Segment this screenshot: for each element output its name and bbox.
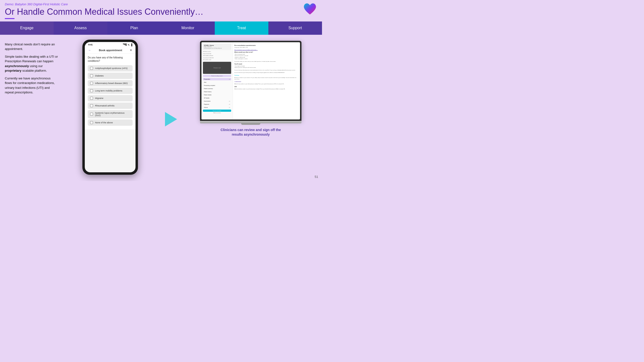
bottom-action-label: Review consultation <box>213 110 222 111</box>
info-text-1: You can check your blood pressure at som… <box>234 69 298 71</box>
checkbox-migraine[interactable] <box>90 97 93 100</box>
q-bottom-number: What's the bottom number on your blood p… <box>234 88 298 90</box>
checkbox-none[interactable] <box>90 121 93 124</box>
phone-time: 9:41 <box>88 43 92 46</box>
nav-engage[interactable]: Engage <box>0 21 54 35</box>
left-text-panel: Many clinical needs don't require an app… <box>5 39 58 180</box>
laptop-left-panel: STARK, Sansa 09 Apr 1999 (21y) 50 Shame … <box>202 42 233 119</box>
condition-none[interactable]: None of the above <box>88 119 132 126</box>
section-patient-details[interactable]: Patient details <box>203 94 231 96</box>
nav-monitor[interactable]: Monitor <box>161 21 215 35</box>
condition-mobility[interactable]: Long term mobility problems <box>88 88 132 94</box>
nav-support-label: Support <box>288 26 302 30</box>
condition-migraine[interactable]: Migraine <box>88 95 132 101</box>
section-alert-label: Alert <box>204 82 230 83</box>
continue-btn[interactable]: Continue <box>234 74 298 76</box>
demo-label: Demo: Babylon 360 Digital-First Holistic… <box>5 2 204 6</box>
nav-plan[interactable]: Plan <box>107 21 161 35</box>
nav-assess[interactable]: Assess <box>54 21 107 35</box>
revoke-consent-btn[interactable]: Revoke recording consent <box>203 75 231 77</box>
section-actions[interactable]: Actions 4/1 <box>203 106 231 109</box>
condition-sle[interactable]: Systemic lupus erythematosus (SLE) <box>88 110 132 118</box>
section-diagnosis[interactable]: Diagnosis 4/1 <box>203 103 231 105</box>
nav-plan-label: Plan <box>130 26 138 30</box>
checkbox-sle[interactable] <box>90 113 93 116</box>
consultation-date: 26 Oct 2020, 12:30 <box>203 59 231 60</box>
nav-assess-label: Assess <box>74 26 87 30</box>
condition-rheumatoid[interactable]: Rheumatoid arthritis <box>88 103 132 109</box>
share-link[interactable]: Share introduction to pre-consultation q… <box>234 49 298 50</box>
answer-top: 150 <box>234 86 298 87</box>
condition-ibd[interactable]: Inflammatory bowel disease (IBD) <box>88 80 132 86</box>
bottom-action-bar[interactable]: Review consultation <box>203 110 231 112</box>
battery-icon: ▐ <box>130 43 132 46</box>
left-para-2: Simple tasks like dealing with a UTI or … <box>5 54 58 73</box>
section-presenting[interactable]: Presenting complaint <box>203 84 231 87</box>
section-diagnosis-badge: 4/1 <box>229 104 230 105</box>
signal-bar-2 <box>124 43 125 45</box>
condition-migraine-label: Migraine <box>95 97 104 99</box>
checkbox-mobility[interactable] <box>90 89 93 92</box>
laptop-caption-line1: Clinicians can review and sign off the <box>220 128 281 132</box>
understand-btn[interactable]: I understand <box>234 81 298 82</box>
condition-sle-label: Systemic lupus erythematosus (SLE) <box>95 112 130 117</box>
signal-bar-1 <box>123 43 124 44</box>
forward-arrow-icon <box>165 112 177 126</box>
condition-aps-label: Antiphospholipid syndrome (APS) <box>95 67 128 69</box>
section-presenting-label: Presenting complaint <box>204 85 230 86</box>
page-wrapper: Demo: Babylon 360 Digital-First Holistic… <box>0 0 322 181</box>
checkbox-rheumatoid[interactable] <box>90 104 93 107</box>
nav-treat-label: Treat <box>237 26 246 30</box>
mark-no-show-btn[interactable]: Mark as no show <box>203 112 231 113</box>
checkbox-diabetes[interactable] <box>90 74 93 77</box>
logo-heart <box>303 2 317 17</box>
section-patient-history-label: Patient history <box>204 91 230 92</box>
condition-diabetes[interactable]: Diabetes <box>88 73 132 79</box>
section-patient-summary[interactable]: Patient summary <box>203 87 231 90</box>
phone-content: Do you have any of the following conditi… <box>85 53 136 129</box>
title-underline <box>5 18 14 19</box>
phone-nav-header: ← Book appointment ✕ <box>85 47 136 53</box>
left-para-3: Currently we have asynchronous flows for… <box>5 76 58 95</box>
patient-nhs: NHS West London <box>203 51 231 52</box>
nav-treat[interactable]: Treat <box>215 21 268 35</box>
nav-engage-label: Engage <box>20 26 34 30</box>
section-examination[interactable]: Examination 4/1 <box>203 100 231 102</box>
section-patient-details-label: Patient details <box>204 94 230 96</box>
laptop-screen: STARK, Sansa 09 Apr 1999 (21y) 50 Shame … <box>200 41 302 121</box>
phone-screen: 9:41 ∿ ▐ <box>85 42 136 172</box>
condition-rheumatoid-label: Rheumatoid arthritis <box>95 104 114 107</box>
you-need-bullets: • Your height and weight • A blood press… <box>234 65 298 68</box>
header: Demo: Babylon 360 Digital-First Holistic… <box>0 0 322 20</box>
laptop-screen-inner: STARK, Sansa 09 Apr 1999 (21y) 50 Shame … <box>202 42 300 119</box>
condition-aps[interactable]: Antiphospholipid syndrome (APS) <box>88 65 132 71</box>
checkbox-aps[interactable] <box>90 67 93 70</box>
section-actions-label: Actions <box>204 107 229 108</box>
phone-mockup: 9:41 ∿ ▐ <box>82 39 138 175</box>
laptop-stand <box>241 123 260 125</box>
section-alert[interactable]: Alert <box>203 81 231 83</box>
section-preparation-label: Preparation <box>204 78 229 80</box>
phone-book-appointment-title: Book appointment <box>99 49 122 52</box>
revoke-label: Revoke recording consent <box>211 75 222 76</box>
checkbox-ibd[interactable] <box>90 82 93 85</box>
webase-text: We base our advice on your answers. For … <box>234 77 298 80</box>
section-preparation[interactable]: Preparation 4/1 <box>203 78 231 80</box>
phone-question: Do you have any of the following conditi… <box>88 56 132 63</box>
consultation-id: Consultation ID: A46 386 <box>203 57 231 59</box>
phone-back-icon[interactable]: ← <box>88 48 91 52</box>
phone-status-bar: 9:41 ∿ ▐ <box>85 42 136 47</box>
phone-close-icon[interactable]: ✕ <box>130 48 132 52</box>
wifi-icon: ∿ <box>128 43 130 46</box>
main-title: Or Handle Common Medical Issues Convenie… <box>5 7 204 17</box>
section-gp-details[interactable]: GP details <box>203 97 231 99</box>
arrow-area <box>162 59 180 180</box>
main-title-text: Or Handle Common Medical Issues Convenie… <box>5 7 204 17</box>
phone-area: 9:41 ∿ ▐ <box>63 39 158 180</box>
info-text-2: You can read how to get a blood pressure… <box>234 72 298 73</box>
mark-no-show-label: Mark as no show <box>213 112 220 113</box>
nav-support[interactable]: Support <box>268 21 322 35</box>
condition-mobility-label: Long term mobility problems <box>95 89 122 92</box>
section-patient-history[interactable]: Patient history <box>203 90 231 93</box>
laptop-area: STARK, Sansa 09 Apr 1999 (21y) 50 Shame … <box>184 39 317 180</box>
